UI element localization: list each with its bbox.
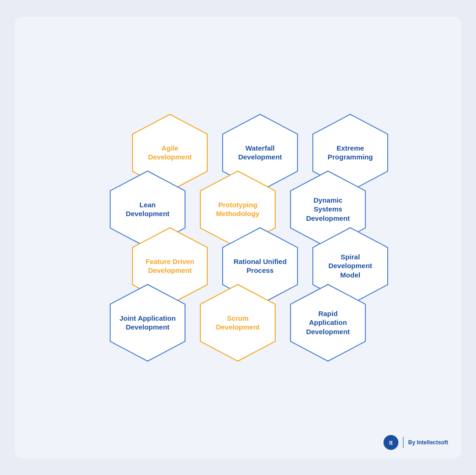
row-4: Joint ApplicationDevelopment ScrumDevelo… xyxy=(103,282,373,363)
main-container: AgileDevelopment WaterfallDevelopment xyxy=(15,17,461,458)
hex-waterfall-label: WaterfallDevelopment xyxy=(229,144,291,162)
hex-spiral-label: SpiralDevelopmentModel xyxy=(319,252,381,280)
footer-divider xyxy=(403,437,403,448)
hex-joint-label: Joint ApplicationDevelopment xyxy=(110,314,185,332)
hex-lean-label: LeanDevelopment xyxy=(116,200,178,218)
hex-grid: AgileDevelopment WaterfallDevelopment xyxy=(81,112,396,363)
hex-prototyping-label: PrototypingMethodology xyxy=(207,200,269,218)
hex-joint[interactable]: Joint ApplicationDevelopment xyxy=(104,278,192,367)
footer: it By Intellectsoft xyxy=(383,435,448,450)
hex-agile-label: AgileDevelopment xyxy=(139,144,201,162)
hex-dynamic-label: DynamicSystemsDevelopment xyxy=(297,196,359,223)
footer-brand: By Intellectsoft xyxy=(408,439,448,446)
hex-rational-label: Rational UnifiedProcess xyxy=(224,257,296,275)
hex-rapid-label: RapidApplicationDevelopment xyxy=(297,309,359,336)
hex-feature-label: Feature DrivenDevelopment xyxy=(136,257,204,275)
hex-extreme-label: ExtremeProgramming xyxy=(318,144,383,162)
footer-logo: it xyxy=(383,435,398,450)
hex-scrum[interactable]: ScrumDevelopment xyxy=(194,278,282,367)
hex-rapid[interactable]: RapidApplicationDevelopment xyxy=(284,278,372,367)
footer-logo-text: it xyxy=(389,439,393,446)
hex-scrum-label: ScrumDevelopment xyxy=(206,314,269,332)
